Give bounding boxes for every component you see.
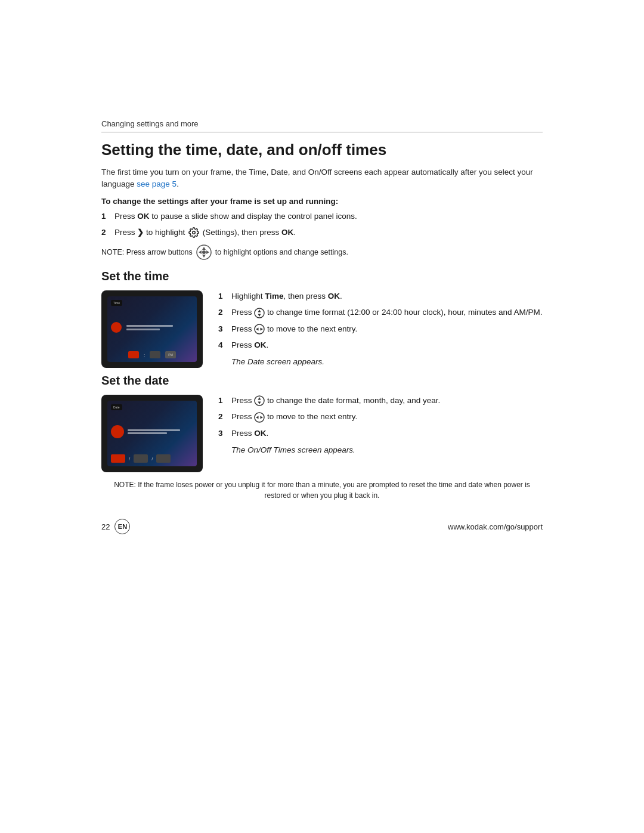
svg-point-6 <box>202 250 206 254</box>
time-device-image: Time : PM <box>101 290 203 368</box>
leftright-icon-date <box>254 412 265 423</box>
time-red-indicator <box>111 322 122 333</box>
date-step-2-text: Press to move to the next entry. <box>231 411 357 423</box>
page-title: Setting the time, date, and on/off times <box>101 141 543 159</box>
date-display-row: / / <box>111 454 193 463</box>
svg-marker-15 <box>258 402 261 405</box>
set-time-title: Set the time <box>101 270 543 283</box>
svg-marker-17 <box>256 416 259 419</box>
date-box-2 <box>134 454 148 463</box>
date-screen: Date / / <box>107 401 197 466</box>
time-screen: Time : PM <box>107 296 197 362</box>
time-step-3-num: 3 <box>218 323 231 335</box>
updown-icon-time <box>254 308 265 318</box>
svg-marker-9 <box>258 314 261 317</box>
date-box-1 <box>111 454 125 463</box>
date-box-3 <box>156 454 171 463</box>
set-time-section: Time : PM <box>101 290 543 368</box>
note-text-prefix: NOTE: Press arrow buttons <box>101 248 193 256</box>
gear-icon <box>188 227 199 238</box>
svg-point-0 <box>193 231 196 234</box>
svg-marker-11 <box>256 327 259 330</box>
step-1-num: 1 <box>101 210 114 222</box>
set-date-section: Date / / <box>101 395 543 472</box>
time-result-text: The Date screen appears. <box>231 357 543 366</box>
time-box-3: PM <box>165 351 176 358</box>
page-number-area: 22 EN <box>101 519 130 534</box>
time-step-4-num: 4 <box>218 339 231 351</box>
svg-marker-4 <box>199 250 202 254</box>
date-step-1-num: 1 <box>218 395 231 407</box>
footer-note: NOTE: If the frame loses power or you un… <box>101 479 543 501</box>
date-screen-header: Date <box>111 404 122 410</box>
time-step-3-text: Press to move to the next entry. <box>231 323 357 335</box>
date-steps-list: 1 Press to change the date format, month… <box>218 395 543 439</box>
leftright-icon-time <box>254 324 265 335</box>
time-step-1: 1 Highlight Time, then press OK. <box>218 290 543 302</box>
page: Changing settings and more Setting the t… <box>0 0 644 833</box>
time-step-4-text: Press OK. <box>231 339 268 351</box>
step-1-text: Press OK to pause a slide show and displ… <box>114 210 357 222</box>
time-step-2-num: 2 <box>218 306 231 318</box>
date-step-1-text: Press to change the date format, month, … <box>231 395 440 407</box>
date-step-2-num: 2 <box>218 411 231 423</box>
time-step-2-text: Press to change time format (12:00 or 24… <box>231 306 543 318</box>
time-box-1 <box>128 351 139 358</box>
note-line: NOTE: Press arrow buttons to highlight o… <box>101 244 543 260</box>
page-number: 22 <box>101 522 110 531</box>
step-2-num: 2 <box>101 227 114 239</box>
date-step-3-num: 3 <box>218 428 231 439</box>
time-step-1-text: Highlight Time, then press OK. <box>231 290 342 302</box>
date-step-3: 3 Press OK. <box>218 428 543 439</box>
date-result-text: The On/Off Times screen appears. <box>231 445 543 454</box>
step-2: 2 Press ❯ to highlight (Settings), then … <box>101 227 543 239</box>
en-badge: EN <box>114 519 130 534</box>
steps-list: 1 Press OK to pause a slide show and dis… <box>101 210 543 239</box>
time-step-4: 4 Press OK. <box>218 339 543 351</box>
intro-text-after: . <box>177 179 179 188</box>
bold-instruction: To change the settings after your frame … <box>101 197 543 206</box>
note-text-suffix: to highlight options and change settings… <box>215 248 348 256</box>
set-date-title: Set the date <box>101 374 543 388</box>
section-label: Changing settings and more <box>101 119 543 132</box>
page-footer: 22 EN www.kodak.com/go/support <box>101 519 543 534</box>
time-step-1-num: 1 <box>218 290 231 302</box>
website-url: www.kodak.com/go/support <box>448 522 543 531</box>
time-screen-header: Time <box>111 300 122 306</box>
svg-marker-18 <box>261 416 264 419</box>
svg-marker-14 <box>258 397 261 400</box>
time-step-2: 2 Press to change time format (12:00 or … <box>218 306 543 318</box>
intro-paragraph: The first time you turn on your frame, t… <box>101 166 543 191</box>
date-red-indicator <box>111 425 124 438</box>
arrow-right-icon: ❯ <box>137 228 144 237</box>
date-step-3-text: Press OK. <box>231 428 268 439</box>
set-date-steps: 1 Press to change the date format, month… <box>218 395 543 454</box>
set-time-steps: 1 Highlight Time, then press OK. 2 Press… <box>218 290 543 366</box>
step-2-text: Press ❯ to highlight (Settings), then pr… <box>114 227 296 239</box>
nav-pad-icon <box>196 244 212 260</box>
updown-icon-date <box>254 395 265 406</box>
time-step-3: 3 Press to move to the next entry. <box>218 323 543 335</box>
date-step-2: 2 Press to move to the next entry. <box>218 411 543 423</box>
time-steps-list: 1 Highlight Time, then press OK. 2 Press… <box>218 290 543 351</box>
svg-marker-3 <box>202 255 206 258</box>
time-box-2 <box>150 351 160 358</box>
svg-marker-5 <box>206 250 209 254</box>
svg-marker-12 <box>261 327 264 330</box>
date-step-1: 1 Press to change the date format, month… <box>218 395 543 407</box>
svg-marker-2 <box>202 247 206 250</box>
time-display-row: : PM <box>111 351 193 358</box>
step-1: 1 Press OK to pause a slide show and dis… <box>101 210 543 222</box>
svg-marker-8 <box>258 309 261 312</box>
time-text-lines <box>126 325 193 330</box>
date-device-image: Date / / <box>101 395 203 472</box>
intro-link[interactable]: see page 5 <box>137 179 177 188</box>
